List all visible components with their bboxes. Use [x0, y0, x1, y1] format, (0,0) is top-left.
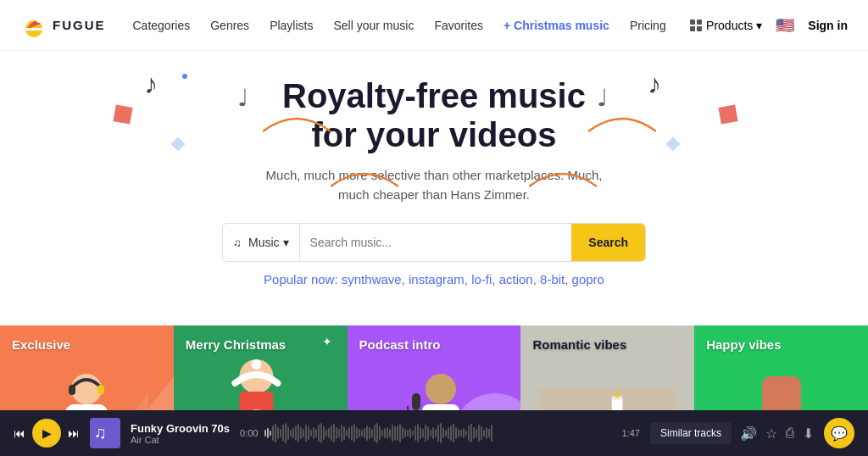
time-current: 0:00 — [240, 428, 258, 438]
search-type-label: Music — [248, 236, 280, 249]
deco-arc-3 — [331, 161, 398, 191]
svg-point-33 — [615, 392, 620, 397]
nav-favorites[interactable]: Favorites — [434, 19, 483, 32]
nav-pricing[interactable]: Pricing — [630, 19, 666, 32]
popular-tags[interactable]: synthwave, instagram, lo-fi, action, 8-b… — [342, 272, 604, 286]
logo-text: FUGUE — [53, 18, 106, 32]
chevron-down-icon: ▾ — [756, 19, 762, 32]
svg-rect-11 — [171, 137, 186, 152]
deco-arc-2 — [588, 106, 656, 140]
svg-text:♪: ♪ — [144, 69, 158, 99]
svg-point-8 — [182, 74, 187, 79]
nav-playlists[interactable]: Playlists — [270, 19, 313, 32]
svg-point-1 — [36, 18, 42, 23]
products-label: Products — [706, 19, 753, 32]
deco-square-1 — [110, 102, 136, 127]
logo-icon — [20, 12, 47, 39]
deco-arc-1 — [263, 106, 331, 140]
svg-rect-3 — [690, 19, 695, 25]
svg-text:✦: ✦ — [322, 335, 332, 348]
card-romantic-label: Romantic vibes — [532, 337, 626, 352]
search-input[interactable] — [300, 224, 572, 261]
deco-square-2 — [715, 102, 741, 127]
nav-genres[interactable]: Genres — [210, 19, 249, 32]
nav-sell[interactable]: Sell your music — [333, 19, 414, 32]
favorite-icon[interactable]: ☆ — [765, 425, 777, 442]
music-note-icon: ♫ — [233, 236, 245, 248]
svg-rect-15 — [666, 137, 681, 152]
nav-right: Products ▾ 🇺🇸 Sign in — [689, 16, 848, 35]
deco-diamond-2 — [665, 136, 682, 153]
chat-button[interactable]: 💬 — [824, 418, 854, 448]
track-thumb-art: ♫ — [90, 418, 120, 448]
track-thumbnail: ♫ — [90, 418, 120, 448]
svg-text:♫: ♫ — [94, 423, 107, 442]
snow-star-1: ✦ — [322, 332, 339, 349]
svg-text:♩: ♩ — [237, 85, 248, 111]
navbar: FUGUE Categories Genres Playlists Sell y… — [0, 0, 868, 51]
svg-rect-10 — [113, 104, 132, 124]
svg-rect-6 — [697, 26, 702, 31]
time-total: 1:47 — [622, 428, 640, 438]
card-happy-label: Happy vibes — [706, 337, 781, 352]
svg-rect-20 — [97, 385, 104, 395]
svg-point-27 — [426, 374, 456, 404]
track-info: Funky Groovin 70s Air Cat — [131, 422, 230, 445]
search-button[interactable]: Search — [571, 224, 645, 261]
svg-text:♪: ♪ — [648, 69, 661, 99]
hero-subtext: Much, much more selective than other mar… — [17, 166, 851, 204]
language-flag[interactable]: 🇺🇸 — [776, 16, 794, 35]
svg-rect-14 — [718, 104, 737, 124]
track-artist: Air Cat — [131, 435, 230, 445]
grid-icon — [689, 19, 703, 32]
track-title: Funky Groovin 70s — [131, 422, 230, 435]
svg-rect-5 — [690, 26, 695, 31]
nav-links: Categories Genres Playlists Sell your mu… — [133, 19, 690, 32]
player-controls: ⏮ ▶ ⏭ — [14, 419, 80, 448]
search-type-selector[interactable]: ♫ Music ▾ — [223, 224, 300, 261]
logo[interactable]: FUGUE — [20, 12, 106, 39]
svg-rect-19 — [69, 385, 75, 395]
player-actions: Similar tracks 🔊 ☆ ⎙ ⬇ — [650, 422, 814, 444]
deco-diamond-1 — [170, 136, 186, 153]
volume-icon[interactable]: 🔊 — [740, 425, 757, 442]
svg-point-23 — [251, 359, 261, 370]
nav-categories[interactable]: Categories — [133, 19, 191, 32]
svg-rect-29 — [412, 393, 420, 410]
download-icon[interactable]: ⬇ — [803, 425, 814, 442]
card-exclusive-label: Exclusive — [12, 337, 70, 352]
signin-button[interactable]: Sign in — [808, 19, 848, 32]
next-button[interactable]: ⏭ — [68, 426, 80, 440]
nav-christmas[interactable]: + Christmas music — [504, 19, 609, 32]
products-button[interactable]: Products ▾ — [689, 19, 762, 32]
svg-rect-2 — [25, 28, 42, 31]
deco-arc-4 — [529, 161, 597, 191]
card-christmas-label: Merry Christmas — [186, 337, 286, 352]
share-icon[interactable]: ⎙ — [786, 425, 794, 441]
hero-section: ♪ ♩ ♪ ♩ Royalty-free music for your vide… — [0, 51, 868, 325]
deco-note-1: ♪ — [144, 59, 195, 127]
search-type-chevron: ▾ — [283, 236, 289, 249]
player-bar: ⏮ ▶ ⏭ ♫ Funky Groovin 70s Air Cat 0:00 1… — [0, 410, 868, 456]
search-bar: ♫ Music ▾ Search — [222, 223, 646, 262]
svg-text:♫: ♫ — [233, 236, 242, 248]
popular-now: Popular now: synthwave, instagram, lo-fi… — [17, 270, 851, 290]
progress-area: 0:00 1:47 — [240, 421, 640, 445]
similar-tracks-button[interactable]: Similar tracks — [650, 422, 732, 444]
prev-button[interactable]: ⏮ — [14, 426, 25, 440]
svg-rect-4 — [697, 19, 702, 25]
play-button[interactable]: ▶ — [32, 419, 61, 448]
waveform[interactable] — [264, 421, 615, 445]
card-podcast-label: Podcast intro — [359, 337, 441, 352]
